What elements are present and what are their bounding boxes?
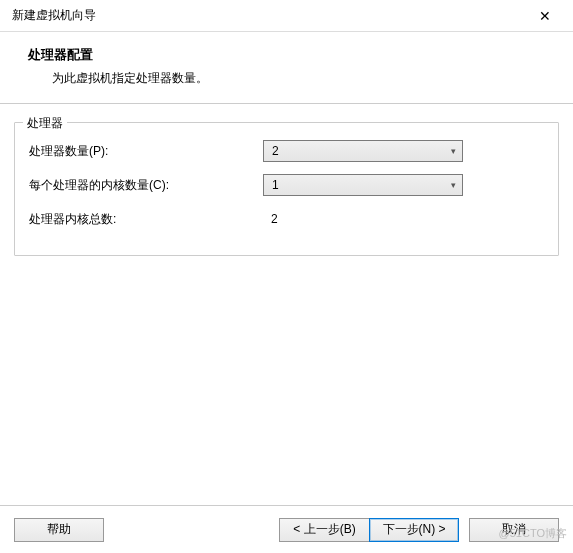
wizard-header: 处理器配置 为此虚拟机指定处理器数量。 (0, 32, 573, 104)
chevron-down-icon: ▾ (451, 180, 456, 190)
total-cores-row: 处理器内核总数: 2 (29, 207, 544, 231)
cores-per-value: 1 (272, 178, 279, 192)
cores-per-row: 每个处理器的内核数量(C): 1 ▾ (29, 173, 544, 197)
cores-per-label: 每个处理器的内核数量(C): (29, 177, 263, 194)
processor-count-label: 处理器数量(P): (29, 143, 263, 160)
close-icon: ✕ (539, 8, 551, 24)
processor-count-value: 2 (272, 144, 279, 158)
wizard-footer: 帮助 < 上一步(B) 下一步(N) > 取消 (0, 505, 573, 553)
page-title: 处理器配置 (28, 46, 573, 64)
help-button[interactable]: 帮助 (14, 518, 104, 542)
processor-count-row: 处理器数量(P): 2 ▾ (29, 139, 544, 163)
total-cores-label: 处理器内核总数: (29, 211, 263, 228)
total-cores-value: 2 (263, 212, 278, 226)
cancel-button[interactable]: 取消 (469, 518, 559, 542)
next-button[interactable]: 下一步(N) > (369, 518, 459, 542)
titlebar: 新建虚拟机向导 ✕ (0, 0, 573, 32)
back-button[interactable]: < 上一步(B) (279, 518, 369, 542)
window-title: 新建虚拟机向导 (12, 7, 96, 24)
content-area: 处理器 处理器数量(P): 2 ▾ 每个处理器的内核数量(C): 1 ▾ 处理器… (0, 104, 573, 256)
processor-fieldset: 处理器 处理器数量(P): 2 ▾ 每个处理器的内核数量(C): 1 ▾ 处理器… (14, 122, 559, 256)
cores-per-select[interactable]: 1 ▾ (263, 174, 463, 196)
close-button[interactable]: ✕ (525, 2, 565, 30)
page-subtitle: 为此虚拟机指定处理器数量。 (28, 70, 573, 87)
nav-button-group: < 上一步(B) 下一步(N) > (279, 518, 459, 542)
fieldset-legend: 处理器 (23, 115, 67, 132)
processor-count-select[interactable]: 2 ▾ (263, 140, 463, 162)
chevron-down-icon: ▾ (451, 146, 456, 156)
